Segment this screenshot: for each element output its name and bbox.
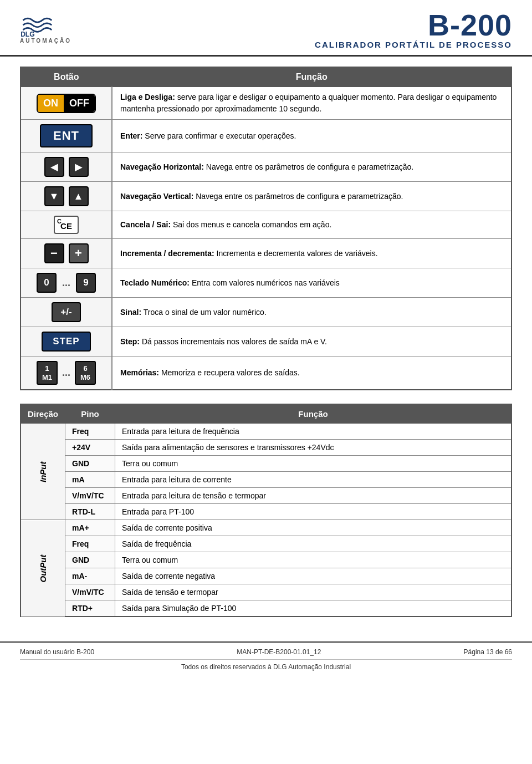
sign-button[interactable]: +/-: [52, 302, 80, 322]
inc-dec-buttons: − +: [29, 243, 104, 263]
minus-button[interactable]: −: [44, 243, 64, 263]
button-cell: ONOFF: [21, 87, 112, 120]
pino-cell: GND: [65, 456, 115, 472]
func-pin-cell: Saída de corrente positiva: [115, 520, 511, 536]
num-9-button[interactable]: 9: [76, 273, 96, 293]
plus-button[interactable]: +: [69, 243, 89, 263]
mem-1-button[interactable]: 1M1: [37, 361, 58, 385]
function-cell: Cancela / Sai: Sai dos menus e cancela c…: [112, 211, 511, 239]
arrow-up-button[interactable]: ▲: [69, 186, 89, 206]
table-row: +24VSaída para alimentação de sensores e…: [21, 440, 511, 456]
button-cell: − +: [21, 239, 112, 268]
func-pin-cell: Saída de frequência: [115, 536, 511, 552]
pino-cell: +24V: [65, 440, 115, 456]
function-cell: Navegação Vertical: Navega entre os parâ…: [112, 182, 511, 211]
button-cell: ◀ ▶: [21, 152, 112, 182]
table-row: mAEntrada para leitura de corrente: [21, 472, 511, 488]
pino-cell: Freq: [65, 424, 115, 440]
button-cell: ENT: [21, 120, 112, 152]
button-cell: ▼ ▲: [21, 182, 112, 211]
table-row: mA-Saída de corrente negativa: [21, 568, 511, 584]
col-funcao-pin-header: Função: [115, 404, 511, 424]
svg-text:DLG: DLG: [21, 30, 35, 37]
table-row: GNDTerra ou comum: [21, 552, 511, 568]
page-header: DLG AUTOMAÇÃO B-200 CALIBRADOR PORTÁTIL …: [0, 0, 532, 57]
numeric-buttons: 0 ... 9: [29, 273, 104, 293]
product-code: B-200: [315, 10, 512, 40]
pino-cell: RTD-L: [65, 504, 115, 520]
on-off-button[interactable]: ONOFF: [37, 94, 96, 113]
button-function-table: Botão Função ONOFFLiga e Desliga: serve …: [20, 67, 512, 390]
col-funcao-header: Função: [112, 67, 511, 87]
step-button[interactable]: STEP: [42, 332, 90, 352]
nav-horizontal-buttons: ◀ ▶: [29, 157, 104, 177]
func-pin-cell: Entrada para leitura de corrente: [115, 472, 511, 488]
pino-cell: GND: [65, 552, 115, 568]
func-pin-cell: Saída para Simulação de PT-100: [115, 600, 511, 617]
arrow-left-button[interactable]: ◀: [44, 157, 64, 177]
button-cell: 1M1 ... 6M6: [21, 356, 112, 390]
arrow-down-button[interactable]: ▼: [44, 186, 64, 206]
func-pin-cell: Entrada para leitura de frequência: [115, 424, 511, 440]
memory-buttons: 1M1 ... 6M6: [29, 361, 104, 385]
pino-cell: V/mV/TC: [65, 584, 115, 600]
page-footer: Manual do usuário B-200 MAN-PT-DE-B200-0…: [0, 641, 532, 676]
logo-subtitle: AUTOMAÇÃO: [20, 38, 71, 44]
table-row: GNDTerra ou comum: [21, 456, 511, 472]
func-pin-cell: Terra ou comum: [115, 552, 511, 568]
table-row: ▼ ▲ Navegação Vertical: Navega entre os …: [21, 182, 511, 211]
function-cell: Navegação Horizontal: Navega entre os pa…: [112, 152, 511, 182]
pino-cell: mA-: [65, 568, 115, 584]
table-row: V/mV/TCEntrada para leitura de tensão e …: [21, 488, 511, 504]
table-row: RTD+Saída para Simulação de PT-100: [21, 600, 511, 617]
product-subtitle: CALIBRADOR PORTÁTIL DE PROCESSO: [315, 40, 512, 49]
num-ellipsis: ...: [62, 277, 70, 289]
ent-button[interactable]: ENT: [40, 124, 93, 147]
mem-6-button[interactable]: 6M6: [75, 361, 96, 385]
function-cell: Liga e Desliga: serve para ligar e desli…: [112, 87, 511, 120]
table-row: RTD-LEntrada para PT-100: [21, 504, 511, 520]
function-cell: Incrementa / decrementa: Incrementa e de…: [112, 239, 511, 268]
func-pin-cell: Entrada para leitura de tensão e termopa…: [115, 488, 511, 504]
table-row: InPutFreqEntrada para leitura de frequên…: [21, 424, 511, 440]
footer-top: Manual do usuário B-200 MAN-PT-DE-B200-0…: [20, 648, 512, 656]
function-cell: Teclado Numérico: Entra com valores numé…: [112, 268, 511, 298]
footer-center: MAN-PT-DE-B200-01.01_12: [237, 648, 321, 656]
func-pin-cell: Terra ou comum: [115, 456, 511, 472]
direction-cell: OutPut: [21, 520, 65, 617]
button-cell: 0 ... 9: [21, 268, 112, 298]
table-row: ONOFFLiga e Desliga: serve para ligar e …: [21, 87, 511, 120]
pino-cell: mA+: [65, 520, 115, 536]
col-pino-header: Pino: [65, 404, 115, 424]
table-row: OutPutmA+Saída de corrente positiva: [21, 520, 511, 536]
function-cell: Enter: Serve para confirmar e executar o…: [112, 120, 511, 152]
button-cell: STEP: [21, 327, 112, 356]
table-row: 1M1 ... 6M6 Memórias: Memoriza e recuper…: [21, 356, 511, 390]
footer-left: Manual do usuário B-200: [20, 648, 94, 656]
pin-direction-table: Direção Pino Função InPutFreqEntrada par…: [20, 404, 512, 617]
num-0-button[interactable]: 0: [37, 273, 57, 293]
header-title-area: B-200 CALIBRADOR PORTÁTIL DE PROCESSO: [315, 10, 512, 49]
table-row: ENTEnter: Serve para confirmar e executa…: [21, 120, 511, 152]
col-direcao-header: Direção: [21, 404, 65, 424]
nav-vertical-buttons: ▼ ▲: [29, 186, 104, 206]
col-botao-header: Botão: [21, 67, 112, 87]
logo-area: DLG AUTOMAÇÃO: [20, 16, 71, 44]
main-content: Botão Função ONOFFLiga e Desliga: serve …: [0, 57, 532, 636]
arrow-right-button[interactable]: ▶: [69, 157, 89, 177]
direction-cell: InPut: [21, 424, 65, 520]
button-cell: +/-: [21, 298, 112, 327]
func-pin-cell: Entrada para PT-100: [115, 504, 511, 520]
mem-ellipsis: ...: [62, 367, 70, 379]
function-cell: Sinal: Troca o sinal de um valor numéric…: [112, 298, 511, 327]
table-row: C CE Cancela / Sai: Sai dos menus e canc…: [21, 211, 511, 239]
table-row: ◀ ▶ Navegação Horizontal: Navega entre o…: [21, 152, 511, 182]
table-row: 0 ... 9 Teclado Numérico: Entra com valo…: [21, 268, 511, 298]
footer-bottom: Todos os direitos reservados à DLG Autom…: [20, 659, 512, 671]
footer-right: Página 13 de 66: [464, 648, 512, 656]
func-pin-cell: Saída de tensão e termopar: [115, 584, 511, 600]
ce-button[interactable]: C CE: [54, 216, 79, 234]
table-row: FreqSaída de frequência: [21, 536, 511, 552]
table-row: V/mV/TCSaída de tensão e termopar: [21, 584, 511, 600]
pino-cell: mA: [65, 472, 115, 488]
